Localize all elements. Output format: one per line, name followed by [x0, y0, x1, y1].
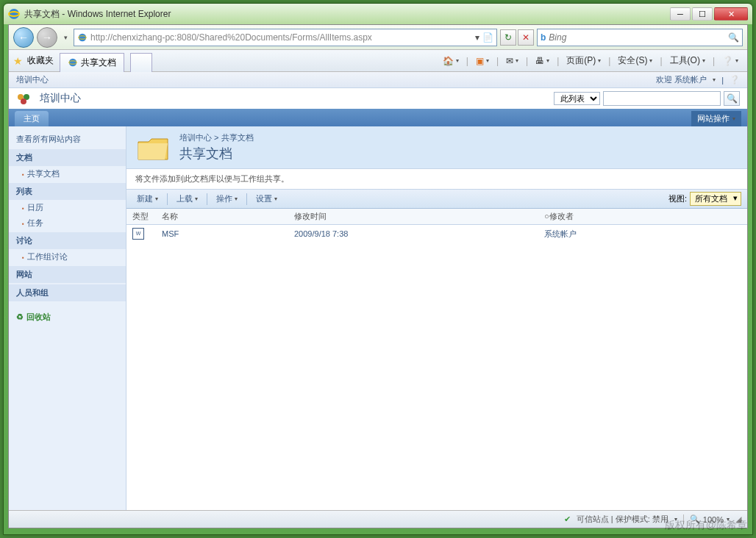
- compat-icon[interactable]: ▾: [475, 32, 479, 43]
- library-title: 共享文档: [179, 145, 254, 162]
- security-zone[interactable]: 可信站点 | 保护模式: 禁用: [577, 514, 668, 525]
- view-selector[interactable]: 所有文档: [690, 192, 741, 206]
- feeds-button[interactable]: ▣▾: [471, 54, 493, 68]
- sp-search-input[interactable]: [603, 91, 721, 106]
- tb-new[interactable]: 新建▾: [132, 191, 163, 207]
- sp-welcome[interactable]: 欢迎 系统帐户: [656, 74, 707, 85]
- sp-site-actions[interactable]: 网站操作▾: [691, 111, 741, 126]
- folder-icon: [135, 133, 171, 162]
- sb-recycle-bin[interactable]: ♻ 回收站: [9, 307, 126, 327]
- breadcrumb: 培训中心 > 共享文档: [179, 132, 254, 143]
- tb-upload[interactable]: 上载▾: [172, 191, 202, 207]
- svg-point-4: [69, 59, 77, 67]
- view-label: 视图:: [668, 193, 687, 204]
- safety-menu[interactable]: 安全(S)▾: [613, 52, 657, 69]
- back-button[interactable]: ←: [13, 27, 34, 48]
- bc-leaf[interactable]: 共享文档: [221, 133, 254, 142]
- col-modifier[interactable]: ○修改者: [544, 211, 741, 222]
- search-go-icon[interactable]: 🔍: [728, 32, 739, 43]
- list-toolbar: 新建▾ 上载▾ 操作▾ 设置▾ 视图: 所有文档: [126, 190, 747, 209]
- favorites-bar: ★ 收藏夹 共享文档 🏠▾ | ▣▾ | ✉▾ | 🖶▾ | 页面(P)▾ | …: [9, 50, 747, 72]
- maximize-button[interactable]: ☐: [692, 7, 713, 21]
- page-menu[interactable]: 页面(P)▾: [562, 52, 605, 69]
- window-title: 共享文档 - Windows Internet Explorer: [24, 8, 670, 21]
- sp-global-nav: 培训中心 欢迎 系统帐户▾ | ❔: [9, 72, 747, 88]
- col-name[interactable]: 名称: [162, 211, 294, 222]
- nav-toolbar: ← → ▾ ▾ 📄 ↻ ✕ b 🔍: [9, 25, 747, 50]
- sb-item-shared-docs[interactable]: 共享文档: [9, 166, 126, 182]
- sp-sitename-top[interactable]: 培训中心: [16, 74, 49, 85]
- sp-home-tab[interactable]: 主页: [15, 111, 49, 126]
- svg-point-2: [79, 33, 87, 41]
- sb-head-docs[interactable]: 文档: [9, 149, 126, 166]
- ie-icon: [8, 8, 24, 20]
- sb-view-all[interactable]: 查看所有网站内容: [9, 131, 126, 148]
- trusted-icon: ✔: [564, 514, 571, 524]
- refresh-button[interactable]: ↻: [500, 29, 516, 46]
- sb-head-people[interactable]: 人员和组: [9, 284, 126, 301]
- sb-item-team-discussion[interactable]: 工作组讨论: [9, 249, 126, 265]
- status-bar: ✔ 可信站点 | 保护模式: 禁用 ▾ 🔍 100% ▾ ◢: [9, 510, 747, 528]
- bc-root[interactable]: 培训中心: [179, 133, 212, 142]
- sp-top-nav: 主页 网站操作▾: [9, 109, 747, 126]
- new-tab-button[interactable]: [130, 53, 152, 72]
- sb-head-discussions[interactable]: 讨论: [9, 232, 126, 249]
- window-titlebar: 共享文档 - Windows Internet Explorer ─ ☐ ✕: [4, 4, 752, 24]
- word-doc-icon: W: [132, 228, 144, 240]
- search-input[interactable]: [549, 32, 728, 43]
- address-bar[interactable]: ▾ 📄: [74, 29, 497, 46]
- list-item[interactable]: W MSF 2009/9/18 7:38 系统帐户: [126, 225, 747, 243]
- sb-head-sites[interactable]: 网站: [9, 266, 126, 283]
- item-modifier[interactable]: 系统帐户: [544, 229, 741, 240]
- tab-title: 共享文档: [81, 57, 116, 69]
- col-modified[interactable]: 修改时间: [294, 211, 544, 222]
- bing-icon: b: [541, 32, 546, 43]
- sp-search-button[interactable]: 🔍: [724, 91, 740, 106]
- sp-site-title[interactable]: 培训中心: [40, 92, 81, 105]
- tab-page-icon: [68, 57, 78, 68]
- sp-help-icon[interactable]: ❔: [730, 75, 740, 85]
- mail-button[interactable]: ✉▾: [502, 54, 523, 68]
- recycle-icon: ♻: [16, 312, 24, 322]
- search-bar[interactable]: b 🔍: [537, 29, 743, 46]
- home-button[interactable]: 🏠▾: [438, 54, 463, 68]
- library-description: 将文件添加到此文档库以便与工作组共享。: [126, 169, 747, 190]
- svg-point-0: [9, 9, 19, 19]
- browser-tab[interactable]: 共享文档: [60, 53, 124, 72]
- close-button[interactable]: ✕: [714, 7, 748, 21]
- tools-menu[interactable]: 工具(O)▾: [666, 52, 710, 69]
- sb-head-lists[interactable]: 列表: [9, 183, 126, 200]
- help-button[interactable]: ❔▾: [718, 54, 743, 68]
- col-type[interactable]: 类型: [132, 211, 162, 222]
- nav-history-dropdown[interactable]: ▾: [60, 31, 71, 44]
- sp-scope-select[interactable]: 此列表: [554, 92, 600, 105]
- svg-point-8: [21, 98, 26, 104]
- page-icon: [77, 32, 88, 43]
- column-headers: 类型 名称 修改时间 ○修改者: [126, 209, 747, 225]
- forward-button[interactable]: →: [37, 27, 57, 48]
- watermark: 版权所有@陈希章: [665, 519, 747, 532]
- sb-item-tasks[interactable]: 任务: [9, 215, 126, 231]
- sp-main: 培训中心 > 共享文档 共享文档 将文件添加到此文档库以便与工作组共享。 新建▾…: [126, 126, 747, 510]
- favorites-label[interactable]: 收藏夹: [27, 54, 54, 67]
- page-content: 培训中心 欢迎 系统帐户▾ | ❔ 培训中心 此列表 🔍: [9, 72, 747, 510]
- stop-button[interactable]: ✕: [518, 29, 534, 46]
- sb-item-calendar[interactable]: 日历: [9, 200, 126, 215]
- tb-actions[interactable]: 操作▾: [212, 191, 242, 207]
- url-input[interactable]: [90, 32, 475, 43]
- minimize-button[interactable]: ─: [670, 7, 691, 21]
- print-button[interactable]: 🖶▾: [531, 54, 554, 68]
- sp-quicklaunch: 查看所有网站内容 文档 共享文档 列表 日历 任务 讨论 工作组讨论 网站 人员…: [9, 126, 126, 510]
- sp-header: 培训中心 此列表 🔍: [9, 88, 747, 109]
- item-name[interactable]: MSF: [162, 229, 294, 238]
- sp-title-area: 培训中心 > 共享文档 共享文档: [126, 126, 747, 169]
- tb-settings[interactable]: 设置▾: [252, 191, 282, 207]
- item-modified: 2009/9/18 7:38: [294, 229, 544, 238]
- sp-logo-icon: [16, 91, 34, 106]
- favorites-star-icon[interactable]: ★: [13, 55, 23, 67]
- compat-view-icon[interactable]: 📄: [482, 32, 493, 43]
